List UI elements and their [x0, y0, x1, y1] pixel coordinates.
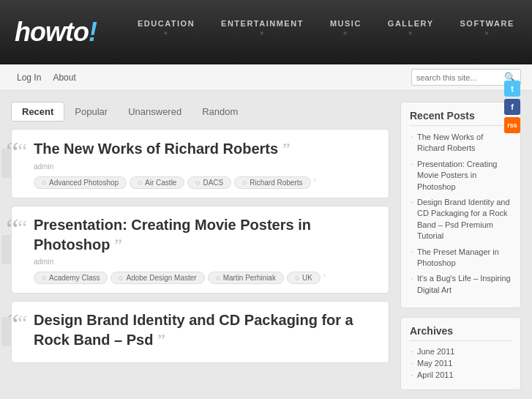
sidebar-post-item[interactable]: The Preset Manager in Photoshop	[410, 247, 512, 269]
sidebar-post-item[interactable]: Presentation: Creating Movie Posters in …	[410, 159, 512, 193]
archive-item[interactable]: May 2011	[410, 359, 512, 368]
sidebar-post-item[interactable]: Design Brand Identity and CD Packaging f…	[410, 197, 512, 242]
post-title[interactable]: Design Brand Identity and CD Packaging f…	[34, 310, 378, 351]
nav-item-education[interactable]: EDUCATION	[124, 12, 208, 53]
quote-mark-right: ”	[114, 235, 122, 253]
quote-mark-right: ”	[157, 330, 165, 348]
right-sidebar: Recent Posts t f rss The New Works of Ri…	[400, 102, 521, 399]
nav-item-software[interactable]: SOFTWARE	[446, 12, 527, 53]
post-card-tab	[1, 235, 12, 264]
recent-posts-section: Recent Posts t f rss The New Works of Ri…	[400, 102, 521, 308]
post-card: “Design Brand Identity and CD Packaging …	[11, 301, 389, 363]
posts-list: “The New Works of Richard Roberts ”admin…	[11, 129, 389, 363]
header: howto! EDUCATIONENTERTAINMENTMUSICGALLER…	[0, 0, 532, 64]
quote-mark-left: “	[18, 140, 27, 162]
sidebar-post-item[interactable]: The New Works of Richard Roberts	[410, 132, 512, 154]
post-title[interactable]: The New Works of Richard Roberts ”	[34, 138, 378, 160]
tab-unanswered[interactable]: Unanswered	[118, 102, 192, 121]
nav-item-music[interactable]: MUSIC	[317, 12, 375, 53]
logo[interactable]: howto!	[15, 17, 97, 48]
search-input[interactable]	[416, 73, 504, 82]
post-card-tab	[1, 317, 12, 346]
tag[interactable]: UK	[287, 272, 321, 284]
archive-item[interactable]: June 2011	[410, 347, 512, 356]
tag[interactable]: Advanced Photoshop	[34, 176, 127, 189]
quote-mark-left: “	[18, 312, 27, 334]
main-nav: EDUCATIONENTERTAINMENTMUSICGALLERYSOFTWA…	[124, 12, 532, 53]
sidebar-archives-list: June 2011May 2011April 2011	[410, 347, 512, 379]
tabs: RecentPopularUnansweredRandom	[11, 102, 389, 122]
tag[interactable]: Martin Perhiniak	[208, 272, 284, 284]
twitter-icon[interactable]: t	[504, 81, 520, 97]
facebook-icon[interactable]: f	[504, 99, 520, 115]
tag[interactable]: DACS	[187, 176, 231, 189]
tag[interactable]: Academy Class	[34, 272, 108, 284]
quote-mark-left: “	[18, 217, 27, 239]
nav-item-video-tutorials[interactable]: VIDEO TUTORIALS	[528, 12, 532, 53]
about-link[interactable]: About	[47, 72, 81, 83]
tab-recent[interactable]: Recent	[11, 102, 64, 122]
archives-title: Archives	[410, 325, 512, 341]
tags-arrow: ›	[314, 176, 316, 189]
social-icons: t f rss	[504, 81, 520, 133]
nav-item-gallery[interactable]: GALLERY	[375, 12, 447, 53]
recent-posts-title: Recent Posts	[410, 110, 512, 126]
nav-item-entertainment[interactable]: ENTERTAINMENT	[208, 12, 317, 53]
tag[interactable]: Air Castle	[130, 176, 184, 189]
tags-arrow: ›	[323, 272, 326, 284]
main-content: RecentPopularUnansweredRandom “The New W…	[0, 91, 532, 399]
login-link[interactable]: Log In	[11, 72, 47, 83]
rss-icon[interactable]: rss	[504, 117, 520, 133]
archive-item[interactable]: April 2011	[410, 370, 512, 379]
post-meta: admin	[34, 163, 378, 171]
post-meta: admin	[34, 258, 378, 266]
left-panel: RecentPopularUnansweredRandom “The New W…	[11, 102, 389, 399]
logo-word: howto	[15, 17, 89, 47]
tag[interactable]: Adobe Design Master	[110, 272, 204, 284]
logo-area: howto!	[15, 17, 102, 48]
post-card: “The New Works of Richard Roberts ”admin…	[11, 129, 389, 198]
post-title[interactable]: Presentation: Creating Movie Posters in …	[34, 215, 378, 256]
quote-mark-right: ”	[282, 139, 291, 157]
tag[interactable]: Richard Roberts	[234, 176, 310, 189]
sub-header: Log In About 🔍	[0, 64, 532, 91]
sidebar-post-item[interactable]: It's a Bug's Life – Inspiring Digital Ar…	[410, 273, 512, 296]
logo-exclaim: !	[89, 17, 97, 47]
post-tags: Academy ClassAdobe Design MasterMartin P…	[34, 272, 378, 284]
tab-random[interactable]: Random	[192, 102, 248, 121]
sidebar-posts-list: The New Works of Richard RobertsPresenta…	[410, 132, 512, 296]
tab-popular[interactable]: Popular	[64, 102, 118, 121]
archives-section: Archives June 2011May 2011April 2011	[400, 317, 521, 390]
post-card-tab	[1, 149, 12, 178]
post-tags: Advanced PhotoshopAir CastleDACSRichard …	[34, 176, 378, 189]
post-card: “Presentation: Creating Movie Posters in…	[11, 206, 389, 294]
